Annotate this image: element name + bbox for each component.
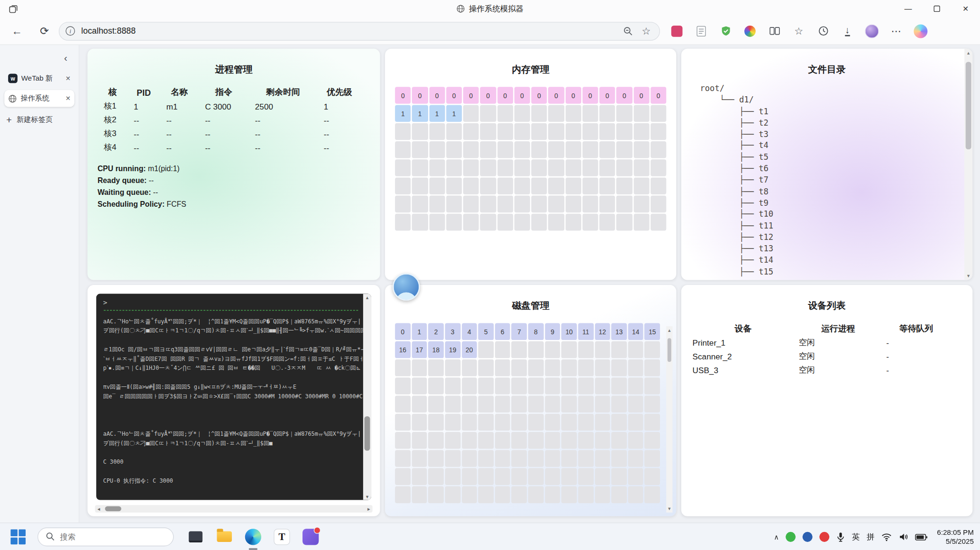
disk-cell [395,414,410,431]
taskbar-search[interactable] [37,527,174,546]
workspaces-icon[interactable] [9,4,18,14]
tree-item[interactable]: ├── t2 [700,118,972,129]
disk-cell [578,450,593,467]
tab-wetab[interactable]: w WeTab 新 ✕ [4,70,74,87]
tree-item[interactable]: ├── t4 [700,140,972,152]
process-cell: 1 [318,101,361,111]
scroll-up-icon[interactable]: ▲ [966,49,971,57]
scroll-down-icon[interactable]: ▼ [966,272,971,280]
tree-item[interactable]: ├── t11 [700,220,972,232]
files-scrollbar-thumb[interactable] [966,62,971,150]
tree-item[interactable]: ├── t3 [700,129,972,140]
taskbar-app-t[interactable]: T [273,527,292,546]
taskbar-app-purple[interactable] [301,527,320,546]
tree-item[interactable]: ├── t13 [700,243,972,255]
scroll-left-icon[interactable]: ◄ [95,506,102,511]
scroll-down-icon[interactable]: ▼ [667,504,671,513]
scroll-up-icon[interactable]: ▲ [667,326,671,334]
scroll-up-icon[interactable]: ▲ [365,294,369,302]
microphone-icon[interactable] [836,532,845,542]
taskbar-edge[interactable] [244,527,263,546]
reader-document-icon[interactable] [693,23,709,39]
terminal-console[interactable]: > aAC.ᄀHoᄂ回ㅊ졸˚fuyÅᄞ回回;ヺ*｜ ¦^回1졸¥M<Q졸回回uP… [96,294,371,500]
disk-scrollbar-thumb[interactable] [668,338,671,362]
speaker-icon[interactable] [899,532,908,541]
search-input[interactable] [60,532,154,541]
disk-cell [495,486,510,504]
terminal-line [103,420,359,430]
ime-language-indicator[interactable]: 英 [852,532,860,542]
disk-cell [495,359,510,376]
tree-item[interactable]: ├── t15 [700,266,972,277]
memory-cell [412,123,428,140]
zoom-level-icon[interactable] [623,26,633,36]
back-button[interactable]: ← [8,21,27,40]
tab-close-icon[interactable]: ✕ [65,95,71,102]
tree-dir[interactable]: └── d1/ [700,94,972,106]
color-wheel-extension-icon[interactable] [742,23,758,39]
disk-cell [428,486,443,504]
terminal-hscroll-thumb[interactable] [105,506,121,512]
memory-cell: 1 [395,105,411,122]
downloads-icon[interactable]: ↓ [839,23,855,39]
address-bar[interactable]: i localhost:8888 ☆ [59,21,660,40]
settings-menu-icon[interactable]: ⋯ [888,23,904,39]
favorites-icon[interactable]: ☆ [791,23,807,39]
split-screen-icon[interactable] [766,23,782,39]
tree-item[interactable]: ├── t1 [700,106,972,118]
tab-os-simulator[interactable]: 操作系统 ✕ [4,90,74,107]
tree-item[interactable]: ├── t5 [700,152,972,163]
url-text[interactable]: localhost:8888 [81,26,623,36]
collapse-sidebar-button[interactable]: ‹ [59,51,73,65]
taskbar-app-window[interactable] [186,527,205,546]
tree-item[interactable]: ├── t14 [700,255,972,266]
extension-pink-icon[interactable] [669,23,685,39]
floating-assistant-ball[interactable] [393,273,420,301]
new-tab-button[interactable]: + 新建标签页 [6,114,73,125]
tree-item[interactable]: ├── t12 [700,232,972,243]
terminal-horizontal-scrollbar[interactable]: ◄ ► [95,505,372,513]
terminal-line [103,401,359,411]
minimize-button[interactable]: — [894,0,923,18]
adguard-shield-icon[interactable] [717,23,733,39]
profile-avatar[interactable] [864,23,880,39]
refresh-button[interactable]: ⟳ [35,21,54,40]
clock[interactable]: 6:28:05 PM 5/5/2025 [937,528,974,546]
disk-cell [578,432,593,449]
start-button[interactable] [10,529,26,545]
terminal-line: 回e‾ ᆯ回回回回回ㅏ回ヺ3$回ヨㅏZᄡ回ㅎ>X£回‾↑回回C 3000#M 1… [103,392,359,402]
terminal-vertical-scrollbar[interactable]: ▲ ▼ [363,294,371,500]
scroll-right-icon[interactable]: ► [365,506,373,511]
process-info-value: -- [149,176,154,185]
terminal-scrollbar-thumb[interactable] [365,416,370,450]
tray-blue-app-icon[interactable] [803,532,813,542]
wifi-icon[interactable] [881,533,892,541]
maximize-button[interactable] [923,0,952,18]
scroll-down-icon[interactable]: ▼ [365,493,369,500]
memory-cell: 0 [599,87,615,104]
history-icon[interactable] [815,23,831,39]
taskbar-file-explorer[interactable] [215,527,234,546]
tree-item[interactable]: ├── t6 [700,163,972,174]
memory-cell [582,196,598,213]
bookmark-star-icon[interactable]: ☆ [641,25,650,37]
battery-icon[interactable] [915,533,927,541]
tray-red-app-icon[interactable] [819,532,829,542]
memory-cell [480,196,496,213]
site-info-icon[interactable]: i [65,26,75,36]
copilot-icon[interactable] [913,23,929,39]
close-button[interactable]: ✕ [951,0,980,18]
tree-item[interactable]: ├── t7 [700,174,972,186]
tree-item[interactable]: ├── t9 [700,198,972,209]
download-arrow-icon: ↓ [845,26,850,36]
process-cell: -- [249,129,318,138]
tree-item[interactable]: ├── t10 [700,209,972,220]
tray-green-app-icon[interactable] [786,532,796,542]
disk-scrollbar[interactable]: ▲ ▼ [666,326,672,513]
memory-panel-title: 内存管理 [385,64,676,75]
hidden-icons-chevron[interactable]: ∧ [774,533,779,541]
tab-close-icon[interactable]: ✕ [65,75,71,82]
files-scrollbar[interactable]: ▲ ▼ [964,49,972,280]
tree-item[interactable]: ├── t8 [700,186,972,197]
ime-mode-indicator[interactable]: 拼 [867,532,874,542]
